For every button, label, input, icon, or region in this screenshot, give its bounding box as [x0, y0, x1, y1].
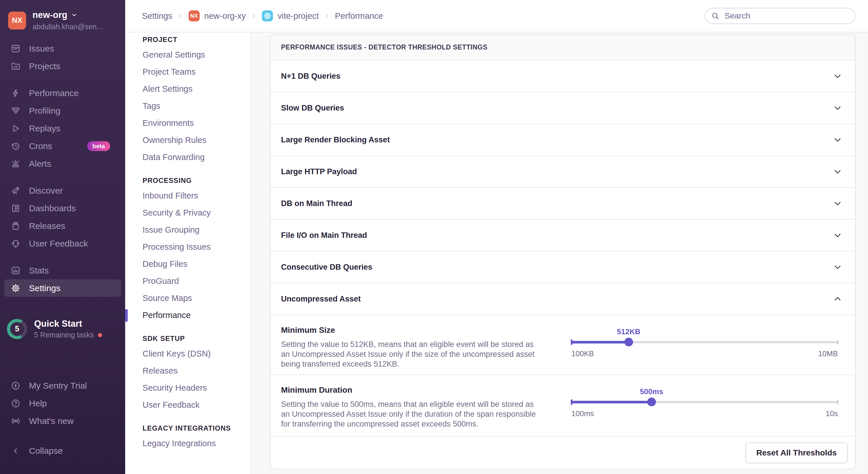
detector-row-file-io-on-main-thread[interactable]: File I/O on Main Thread — [271, 219, 855, 251]
releases-icon — [10, 221, 21, 231]
nav-group-performance: Performance Profiling Replays Crons beta… — [0, 84, 125, 172]
sidebar-item-replays[interactable]: Replays — [4, 120, 121, 137]
subnav-item-debug-files[interactable]: Debug Files — [125, 256, 251, 273]
stats-icon — [10, 265, 21, 276]
slider-max-cap — [837, 340, 838, 344]
sidebar-item-label: What's new — [29, 416, 73, 426]
subnav-item-source-maps[interactable]: Source Maps — [125, 290, 251, 307]
sidebar-item-alerts[interactable]: Alerts — [4, 155, 121, 172]
sidebar-item-profiling[interactable]: Profiling — [4, 102, 121, 120]
sidebar-item-label: Releases — [29, 221, 65, 231]
sidebar-item-my-sentry-trial[interactable]: My Sentry Trial — [4, 377, 121, 395]
quick-start-count: 5 — [10, 322, 24, 336]
subnav-item-client-keys[interactable]: Client Keys (DSN) — [125, 345, 251, 362]
breadcrumb-settings[interactable]: Settings — [142, 11, 173, 21]
sidebar-item-whats-new[interactable]: What's new — [4, 412, 121, 430]
quick-start-progress-ring: 5 — [7, 319, 27, 339]
subnav-item-releases[interactable]: Releases — [125, 362, 251, 379]
quick-start-subtitle: 5 Remaining tasks — [34, 331, 94, 339]
breadcrumb-organization[interactable]: NX new-org-xy — [189, 10, 246, 22]
sidebar-item-dashboards[interactable]: Dashboards — [4, 199, 121, 217]
detector-row-large-render-blocking-asset[interactable]: Large Render Blocking Asset — [271, 124, 855, 156]
subnav-item-general-settings[interactable]: General Settings — [125, 46, 251, 63]
sidebar-item-discover[interactable]: Discover — [4, 182, 121, 199]
subnav-item-tags[interactable]: Tags — [125, 98, 251, 114]
org-switcher[interactable]: NX new-org abdullah.khan@sen… — [8, 10, 118, 31]
subnav-item-data-forwarding[interactable]: Data Forwarding — [125, 149, 251, 166]
setting-description: Setting the value to 512KB, means that a… — [281, 339, 542, 369]
sidebar-item-releases[interactable]: Releases — [4, 217, 121, 235]
org-avatar: NX — [8, 11, 26, 30]
content-area: PERFORMANCE ISSUES - DETECTOR THRESHOLD … — [251, 32, 868, 474]
detector-row-db-on-main-thread[interactable]: DB on Main Thread — [271, 188, 855, 219]
slider-fill — [571, 341, 629, 343]
subnav-item-alert-settings[interactable]: Alert Settings — [125, 80, 251, 98]
chevron-down-icon — [833, 72, 842, 80]
subnav-item-inbound-filters[interactable]: Inbound Filters — [125, 187, 251, 204]
subnav-item-ownership-rules[interactable]: Ownership Rules — [125, 132, 251, 149]
setting-name: Minimum Size — [281, 326, 542, 335]
slider-min-cap — [571, 399, 572, 405]
sidebar-item-projects[interactable]: Projects — [4, 57, 121, 75]
breadcrumb-project[interactable]: vite-project — [262, 10, 319, 22]
chevron-up-icon — [833, 295, 842, 303]
quick-start[interactable]: 5 Quick Start 5 Remaining tasks — [7, 318, 118, 339]
sidebar-item-settings[interactable]: Settings — [4, 279, 121, 297]
profiling-icon — [10, 106, 21, 116]
search-input[interactable] — [705, 8, 856, 24]
detector-row-large-http-payload[interactable]: Large HTTP Payload — [271, 156, 855, 188]
slider-fill — [571, 401, 652, 403]
reset-all-thresholds-button[interactable]: Reset All Thresholds — [745, 442, 848, 463]
subnav-item-issue-grouping[interactable]: Issue Grouping — [125, 222, 251, 238]
subnav-header: PROJECT — [125, 33, 251, 46]
subnav-item-project-teams[interactable]: Project Teams — [125, 63, 251, 80]
subnav-item-security-headers[interactable]: Security Headers — [125, 379, 251, 397]
nav-group-collapse: Collapse — [0, 442, 125, 460]
detector-row-consecutive-db-queries[interactable]: Consecutive DB Queries — [271, 251, 855, 283]
subnav-item-processing-issues[interactable]: Processing Issues — [125, 238, 251, 256]
sidebar-item-label: Issues — [29, 44, 54, 54]
setting-minimum-duration: Minimum Duration Setting the value to 50… — [271, 375, 855, 437]
slider-thumb[interactable] — [647, 398, 656, 406]
chevron-down-icon — [833, 135, 842, 144]
slider-thumb[interactable] — [624, 338, 633, 346]
nav-group-issues: Issues Projects — [0, 40, 125, 75]
sidebar-item-user-feedback[interactable]: User Feedback — [4, 235, 121, 252]
collapse-button[interactable]: Collapse — [4, 442, 121, 460]
broadcast-icon — [10, 416, 21, 426]
subnav-section-legacy: LEGACY INTEGRATIONS Legacy Integrations — [125, 421, 251, 452]
nav-group-admin: Stats Settings — [0, 262, 125, 297]
slider-value-label: 512KB — [617, 327, 640, 336]
crons-icon — [10, 141, 21, 151]
detector-row-uncompressed-asset[interactable]: Uncompressed Asset — [271, 283, 855, 315]
trial-lightning-icon — [10, 380, 21, 391]
subnav-item-legacy-integrations[interactable]: Legacy Integrations — [125, 435, 251, 452]
subnav-item-performance[interactable]: Performance — [125, 307, 251, 324]
search — [705, 8, 856, 24]
subnav-item-environments[interactable]: Environments — [125, 114, 251, 132]
gear-icon — [10, 283, 21, 294]
chevron-down-icon — [833, 104, 842, 112]
subnav-item-proguard[interactable]: ProGuard — [125, 273, 251, 290]
detector-row-n1-db-queries[interactable]: N+1 DB Queries — [271, 61, 855, 92]
subnav-item-user-feedback[interactable]: User Feedback — [125, 397, 251, 413]
chevron-right-icon — [324, 13, 330, 19]
sidebar-item-crons[interactable]: Crons beta — [4, 137, 121, 155]
sidebar-item-label: Replays — [29, 124, 60, 133]
user-feedback-icon — [10, 238, 21, 249]
sidebar-item-issues[interactable]: Issues — [4, 40, 121, 57]
sidebar-item-stats[interactable]: Stats — [4, 262, 121, 279]
minimum-duration-slider: 500ms 100ms 10s — [571, 385, 838, 426]
slider-min-cap — [571, 339, 572, 345]
sidebar-item-label: Performance — [29, 88, 79, 98]
nav-group-help: My Sentry Trial Help What's new — [0, 377, 125, 430]
sidebar-item-help[interactable]: Help — [4, 395, 121, 412]
detector-row-slow-db-queries[interactable]: Slow DB Queries — [271, 92, 855, 124]
org-name: new-org — [32, 10, 67, 20]
sidebar-item-label: Help — [29, 399, 47, 408]
subnav-item-security-privacy[interactable]: Security & Privacy — [125, 204, 251, 222]
subnav-section-sdk-setup: SDK SETUP Client Keys (DSN) Releases Sec… — [125, 332, 251, 413]
chevron-left-icon — [10, 446, 21, 456]
performance-icon — [10, 88, 21, 98]
sidebar-item-performance[interactable]: Performance — [4, 84, 121, 102]
